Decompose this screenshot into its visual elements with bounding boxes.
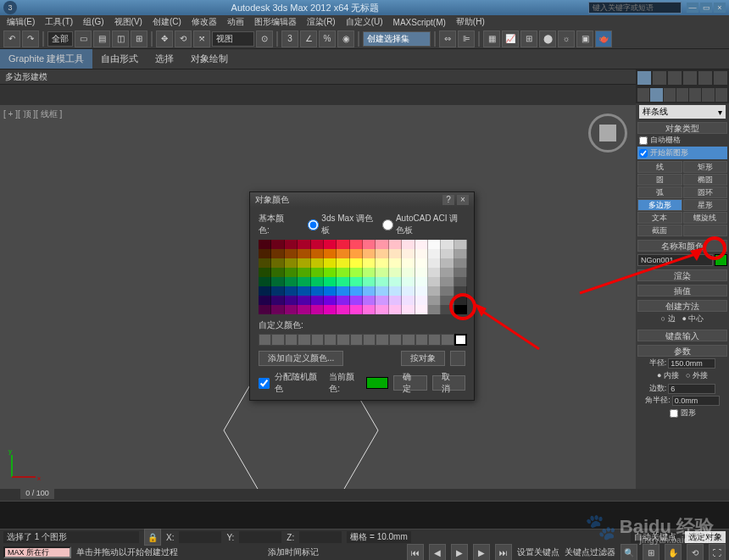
color-swatch[interactable] — [337, 258, 349, 268]
close-icon[interactable]: × — [714, 3, 726, 13]
menu-view[interactable]: 视图(V) — [111, 16, 146, 28]
color-swatch[interactable] — [324, 305, 337, 314]
menu-group[interactable]: 组(G) — [80, 16, 107, 28]
color-swatch[interactable] — [324, 240, 337, 249]
custom-swatch[interactable] — [298, 334, 310, 346]
color-swatch[interactable] — [350, 249, 363, 258]
x-coord[interactable] — [179, 531, 221, 543]
autogrid-check[interactable] — [639, 136, 648, 145]
color-swatch[interactable] — [324, 277, 337, 286]
color-swatch[interactable] — [363, 249, 376, 258]
utilities-tab-icon[interactable] — [714, 71, 727, 85]
color-swatch[interactable] — [285, 258, 298, 268]
color-swatch[interactable] — [298, 240, 310, 249]
tab-objpaint[interactable]: 对象绘制 — [182, 49, 237, 69]
color-swatch[interactable] — [259, 240, 271, 249]
custom-swatch[interactable] — [324, 334, 337, 346]
scale-icon[interactable]: ⤧ — [193, 30, 210, 47]
color-swatch[interactable] — [298, 296, 310, 305]
rollout-interp[interactable]: 插值 — [637, 285, 727, 297]
color-swatch[interactable] — [350, 258, 363, 268]
color-swatch[interactable] — [441, 305, 454, 314]
layers-icon[interactable]: ▦ — [483, 30, 500, 47]
color-swatch[interactable] — [324, 296, 337, 305]
color-swatch[interactable] — [376, 268, 388, 277]
spacewarps-icon[interactable] — [702, 88, 714, 102]
select-icon[interactable]: ▭ — [75, 30, 92, 47]
color-swatch[interactable] — [389, 277, 402, 286]
color-swatch[interactable] — [376, 296, 388, 305]
color-swatch[interactable] — [363, 296, 376, 305]
color-swatch[interactable] — [271, 305, 284, 314]
color-swatch[interactable] — [441, 296, 454, 305]
objtype-弧[interactable]: 弧 — [637, 186, 682, 198]
color-swatch[interactable] — [298, 277, 310, 286]
color-swatch[interactable] — [259, 268, 271, 277]
color-swatch[interactable] — [363, 240, 376, 249]
play-icon[interactable]: ▶ — [451, 544, 468, 560]
rollout-keyboard[interactable]: 键盘输入 — [637, 330, 727, 341]
object-color-swatch[interactable] — [715, 254, 727, 266]
color-swatch[interactable] — [271, 268, 284, 277]
color-swatch[interactable] — [402, 277, 415, 286]
color-swatch[interactable] — [285, 249, 298, 258]
angle-snap-icon[interactable]: ∠ — [300, 30, 317, 47]
inscribe-radio[interactable]: ● 内接 — [657, 370, 679, 381]
render-setup-icon[interactable]: ☼ — [558, 30, 575, 47]
menu-tools[interactable]: 工具(T) — [42, 16, 76, 28]
color-swatch[interactable] — [311, 240, 324, 249]
color-swatch[interactable] — [441, 258, 454, 268]
custom-swatch[interactable] — [271, 334, 284, 346]
color-swatch[interactable] — [298, 249, 310, 258]
geometry-icon[interactable] — [637, 88, 649, 102]
help-search[interactable] — [588, 2, 682, 14]
color-swatch[interactable] — [298, 305, 310, 314]
color-swatch[interactable] — [285, 277, 298, 286]
ref-coord[interactable]: 视图 — [212, 31, 254, 47]
color-swatch[interactable] — [363, 268, 376, 277]
next-frame-icon[interactable]: ▶ — [473, 544, 490, 560]
objtype-[interactable] — [683, 225, 728, 236]
redo-icon[interactable]: ↷ — [22, 30, 39, 47]
cameras-icon[interactable] — [676, 88, 688, 102]
color-swatch[interactable] — [337, 268, 349, 277]
color-swatch[interactable] — [271, 258, 284, 268]
color-swatch[interactable] — [298, 258, 310, 268]
color-swatch[interactable] — [337, 296, 349, 305]
curve-editor-icon[interactable]: 📈 — [502, 30, 519, 47]
color-swatch[interactable] — [311, 305, 324, 314]
color-swatch[interactable] — [311, 277, 324, 286]
goto-start-icon[interactable]: ⏮ — [407, 544, 424, 560]
keyfilter-button[interactable]: 关键点过滤器 — [565, 546, 615, 558]
color-swatch[interactable] — [350, 268, 363, 277]
objtype-圆[interactable]: 圆 — [637, 174, 682, 186]
lock-icon[interactable]: 🔒 — [144, 529, 161, 546]
rollout-render[interactable]: 渲染 — [637, 269, 727, 281]
color-swatch[interactable] — [298, 268, 310, 277]
color-swatch[interactable] — [285, 240, 298, 249]
select-name-icon[interactable]: ▤ — [93, 30, 110, 47]
custom-swatch[interactable] — [428, 334, 441, 346]
color-swatch[interactable] — [259, 277, 271, 286]
color-swatch[interactable] — [454, 296, 467, 305]
objtype-文本[interactable]: 文本 — [637, 212, 682, 224]
time-tag[interactable]: 添加时间标记 — [268, 546, 319, 558]
color-swatch[interactable] — [285, 305, 298, 314]
color-swatch[interactable] — [454, 286, 467, 296]
dialog-titlebar[interactable]: 对象颜色 ? × — [250, 192, 474, 208]
radius-spinner[interactable] — [668, 358, 715, 369]
color-swatch[interactable] — [324, 286, 337, 296]
color-swatch[interactable] — [337, 249, 349, 258]
color-swatch[interactable] — [454, 240, 467, 249]
color-swatch[interactable] — [415, 249, 428, 258]
shape-type-dropdown[interactable]: 样条线▾ — [639, 105, 726, 119]
color-swatch[interactable] — [428, 249, 441, 258]
help-search-input[interactable] — [589, 3, 681, 13]
color-swatch[interactable] — [337, 240, 349, 249]
shapes-icon[interactable] — [650, 88, 662, 102]
custom-swatch[interactable] — [350, 334, 363, 346]
custom-swatch[interactable] — [454, 334, 467, 346]
rotate-icon[interactable]: ⟲ — [175, 30, 192, 47]
add-custom-button[interactable]: 添加自定义颜色... — [259, 351, 343, 366]
maximize-icon[interactable]: ▭ — [700, 3, 712, 13]
